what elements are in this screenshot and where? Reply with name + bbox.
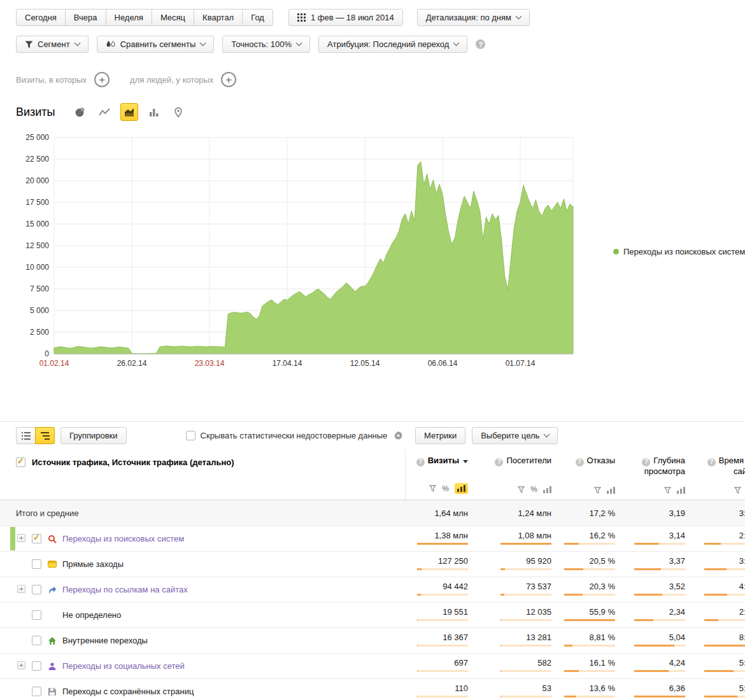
svg-text:25 000: 25 000 [25, 133, 49, 142]
help-icon[interactable]: ? [707, 458, 716, 466]
filter-icon[interactable] [594, 487, 601, 494]
row-checkbox[interactable] [32, 585, 41, 594]
chevron-down-icon [296, 40, 302, 46]
bars-chart-icon[interactable] [677, 487, 685, 494]
tree-view-button[interactable] [35, 427, 55, 444]
expander-slot [17, 610, 27, 620]
metric-bar-fill [500, 543, 551, 545]
filter-icon[interactable] [429, 485, 436, 492]
filter-icon[interactable] [664, 487, 671, 494]
bars-chart-icon[interactable] [543, 486, 551, 493]
row-name-link[interactable]: Внутренние переходы [62, 636, 148, 645]
compare-drops-icon [106, 40, 116, 48]
row-checkbox[interactable] [32, 687, 41, 696]
metric-value: 2,34 [616, 607, 686, 617]
metric-value: 8:55 [686, 633, 745, 642]
map-pin-icon[interactable] [170, 104, 187, 120]
metric-bar [417, 594, 468, 596]
row-checkbox[interactable] [32, 661, 41, 671]
choose-goal-dropdown[interactable]: Выберите цель [472, 427, 558, 444]
expander-slot: + [17, 534, 27, 543]
metric-cell: 4:02 [686, 577, 745, 602]
row-name-link[interactable]: Переходы по ссылкам на сайтах [62, 585, 188, 594]
select-all-checkbox[interactable] [16, 458, 25, 467]
column-header-label[interactable]: ?Посетители [495, 456, 551, 466]
columns-chart-icon[interactable] [146, 104, 162, 120]
row-name-link[interactable]: Прямые заходы [62, 559, 124, 569]
period-button-0[interactable]: Сегодня [16, 9, 66, 26]
help-icon[interactable]: ? [476, 39, 485, 49]
filter-icon[interactable] [518, 486, 525, 493]
metric-bar [704, 568, 745, 570]
period-button-5[interactable]: Год [242, 9, 273, 26]
search-icon [47, 534, 57, 544]
metric-bar [634, 543, 685, 545]
compare-segments-dropdown[interactable]: Сравнить сегменты [97, 36, 215, 53]
metric-value: 1,38 млн [406, 531, 469, 540]
area-chart-icon[interactable] [120, 103, 138, 121]
column-title: Глубина просмотра [644, 456, 685, 476]
column-header-3: ?Глубина просмотра [616, 449, 686, 500]
help-icon[interactable]: ? [576, 458, 584, 466]
period-button-4[interactable]: Квартал [194, 9, 243, 26]
row-checkbox[interactable] [32, 559, 41, 569]
row-checkbox[interactable] [32, 534, 41, 543]
metric-bar [564, 670, 615, 672]
expand-button[interactable]: + [17, 534, 25, 542]
accuracy-dropdown[interactable]: Точность: 100% [222, 36, 310, 53]
period-button-1[interactable]: Вчера [65, 9, 106, 26]
flat-list-view-button[interactable] [16, 427, 36, 444]
totals-value: 1,24 млн [469, 508, 553, 518]
column-header-label[interactable]: ?Визиты [416, 456, 468, 466]
segment-dropdown[interactable]: Сегмент [16, 36, 89, 53]
metric-bar-fill [564, 645, 572, 647]
percent-icon[interactable]: % [442, 484, 449, 493]
hide-unreliable-checkbox[interactable] [186, 431, 195, 440]
expand-button[interactable]: + [17, 661, 25, 669]
metrics-button[interactable]: Метрики [415, 427, 465, 444]
filter-icon[interactable] [734, 487, 741, 494]
add-visit-condition-button[interactable]: + [94, 72, 110, 87]
x-axis-label: 01.02.14 [39, 359, 69, 368]
row-name-link[interactable]: Переходы из поисковых систем [62, 534, 184, 543]
help-icon[interactable]: ? [416, 458, 425, 466]
pie-chart-icon[interactable] [72, 104, 89, 120]
column-header-0: ?Визиты% [406, 449, 469, 500]
metric-cell: 73 537 [469, 577, 553, 602]
metric-bar-fill [704, 670, 734, 672]
metric-bar [500, 594, 551, 596]
column-header-label[interactable]: ?Время на сайте [686, 456, 745, 477]
row-name-link[interactable]: Переходы из социальных сетей [62, 661, 185, 671]
expander-slot [17, 559, 27, 569]
line-chart-icon[interactable] [96, 104, 113, 120]
row-name-link[interactable]: Переходы с сохранённых страниц [62, 687, 194, 696]
row-checkbox[interactable] [32, 610, 41, 620]
totals-label-area: Итого и средние [0, 500, 406, 526]
date-range-button[interactable]: 1 фев — 18 июл 2014 [288, 9, 403, 26]
period-button-3[interactable]: Месяц [152, 9, 194, 26]
metric-value: 582 [469, 658, 553, 668]
period-button-2[interactable]: Неделя [106, 9, 152, 26]
metric-value: 3,37 [616, 556, 686, 566]
column-header-label[interactable]: ?Глубина просмотра [616, 456, 685, 477]
column-header-label[interactable]: ?Отказы [576, 456, 615, 466]
add-people-condition-button[interactable]: + [221, 72, 236, 87]
x-axis-label: 01.07.14 [506, 359, 536, 368]
help-icon[interactable]: ? [642, 458, 650, 466]
metric-bar-fill [634, 594, 662, 596]
metric-bar-fill [564, 670, 579, 672]
bars-chart-icon[interactable] [607, 487, 615, 494]
metric-bar [704, 619, 745, 621]
metric-cell: 2,34 [616, 603, 686, 627]
percent-icon[interactable]: % [530, 485, 537, 494]
detalization-dropdown[interactable]: Детализация: по дням [417, 9, 530, 26]
row-name-link[interactable]: Не определено [62, 610, 121, 620]
totals-value: 17,2 % [553, 508, 616, 518]
expand-button[interactable]: + [17, 585, 25, 593]
bars-chart-icon[interactable] [455, 483, 468, 494]
row-checkbox[interactable] [32, 636, 41, 645]
gear-icon[interactable] [394, 431, 403, 440]
help-icon[interactable]: ? [495, 458, 503, 466]
attribution-dropdown[interactable]: Атрибуция: Последний переход [318, 36, 467, 53]
groupings-button[interactable]: Группировки [60, 427, 127, 444]
